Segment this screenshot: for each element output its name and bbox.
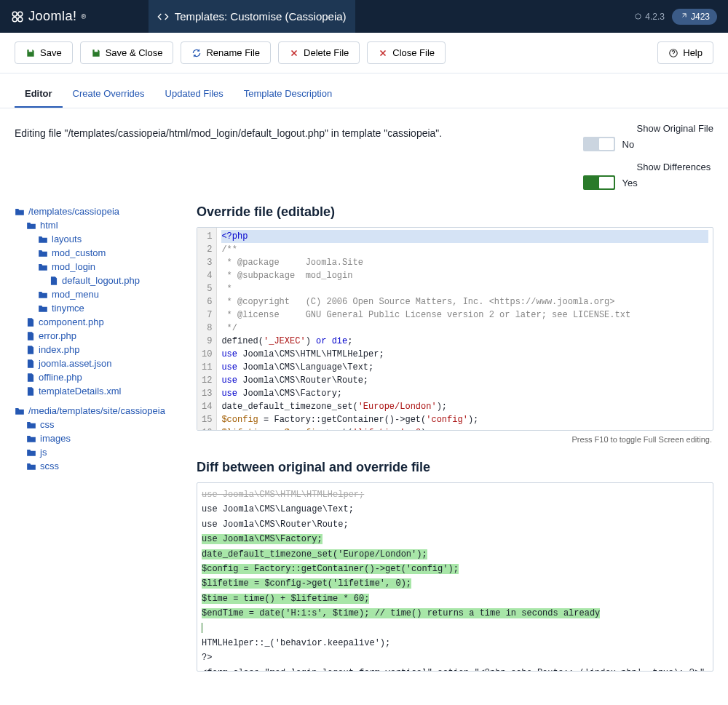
folder-icon [26,421,36,429]
file-icon [26,373,35,383]
file-icon [50,276,58,286]
tree-folder-images[interactable]: images [26,431,182,445]
svg-point-0 [12,12,17,16]
tab-editor[interactable]: Editor [15,81,63,108]
close-icon [289,48,299,58]
file-icon [26,345,35,355]
folder-icon [26,221,36,230]
svg-point-4 [636,14,641,19]
save-icon [91,48,101,58]
tree-folder-js[interactable]: js [26,445,182,459]
line-gutter: 1234567891011121314151617181920212223242… [197,228,217,430]
folder-icon [38,304,48,313]
tree-file-component[interactable]: component.php [26,315,182,329]
tree-folder-layouts[interactable]: layouts [38,232,182,246]
tree-root-templates[interactable]: /templates/cassiopeia [15,204,182,218]
tree-folder-mod-menu[interactable]: mod_menu [38,287,182,301]
diff-title: Diff between original and override file [197,460,713,475]
file-icon [26,386,35,397]
show-diff-label: Show Differences [583,162,711,172]
tab-create-overrides[interactable]: Create Overrides [63,81,155,108]
folder-icon [26,448,36,457]
show-diff-toggle[interactable] [583,175,615,190]
toggle-group: Show Original File No Show Differences Y… [583,123,714,190]
tree-file-error[interactable]: error.php [26,329,182,343]
rename-button[interactable]: Rename File [181,41,271,64]
save-icon [25,48,36,58]
file-icon [26,331,35,341]
code-body[interactable]: <?php /** * @package Joomla.Site * @subp… [217,228,713,430]
folder-icon [38,235,48,244]
save-button[interactable]: Save [15,41,73,64]
editing-file-message: Editing file "/templates/cassiopeia/html… [15,123,442,154]
tree-file-joomla-asset[interactable]: joomla.asset.json [26,357,182,370]
help-icon [668,48,678,58]
folder-icon [38,290,48,299]
tree-file-index[interactable]: index.php [26,343,182,357]
tree-file-offline[interactable]: offline.php [26,370,182,384]
svg-point-3 [18,17,23,21]
tree-file-template-details[interactable]: templateDetails.xml [26,384,182,398]
tab-template-description[interactable]: Template Description [234,81,342,108]
folder-icon [26,434,36,443]
page-title-bar: Templates: Customise (Cassiopeia) [149,0,355,33]
code-editor[interactable]: 1234567891011121314151617181920212223242… [197,227,713,431]
show-diff-value: Yes [622,178,638,188]
file-icon [26,317,35,327]
tree-folder-scss[interactable]: scss [26,459,182,473]
joomla-logo[interactable]: Joomla! ® [11,9,87,24]
joomla-small-icon [634,12,642,20]
version-indicator[interactable]: 4.2.3 [634,12,665,22]
svg-point-1 [18,12,23,16]
joomla-icon [11,10,24,23]
header-right: 4.2.3 J423 [634,9,717,25]
tree-root-media[interactable]: /media/templates/site/cassiopeia [15,404,182,418]
file-icon [26,359,35,369]
tab-updated-files[interactable]: Updated Files [155,81,234,108]
folder-icon [15,207,25,216]
override-title: Override file (editable) [197,204,713,220]
brand-text: Joomla! [28,9,77,24]
tree-folder-mod-login[interactable]: mod_login [38,260,182,274]
folder-icon [38,263,48,271]
folder-icon [15,407,25,415]
tab-bar: Editor Create Overrides Updated Files Te… [0,81,728,108]
fullscreen-hint: Press F10 to toggle Full Screen editing. [197,431,713,444]
code-icon [157,11,169,23]
external-link-icon [679,12,687,20]
folder-icon [38,249,48,258]
tree-folder-mod-custom[interactable]: mod_custom [38,246,182,260]
diff-viewer[interactable]: use Joomla\CMS\HTML\HTMLHelper; use Joom… [197,482,713,672]
tree-folder-css[interactable]: css [26,418,182,431]
show-original-label: Show Original File [583,123,714,134]
page-title: Templates: Customise (Cassiopeia) [175,10,347,23]
svg-point-2 [12,17,17,21]
save-close-button[interactable]: Save & Close [80,41,174,64]
folder-icon [26,462,36,471]
toolbar: Save Save & Close Rename File Delete Fil… [0,33,728,73]
close-file-button[interactable]: Close File [367,41,446,64]
app-header: Joomla! ® Templates: Customise (Cassiope… [0,0,728,33]
show-original-toggle[interactable] [583,137,615,151]
tree-folder-html[interactable]: html [26,218,182,232]
close-icon [378,48,388,58]
help-button[interactable]: Help [657,41,713,64]
delete-button[interactable]: Delete File [278,41,360,64]
show-original-value: No [622,139,635,150]
sync-icon [191,48,202,58]
tree-folder-tinymce[interactable]: tinymce [38,301,182,315]
file-tree: /templates/cassiopeia html layouts mod_c… [15,204,182,672]
tree-file-default-logout[interactable]: default_logout.php [50,274,182,287]
user-badge[interactable]: J423 [672,9,717,25]
